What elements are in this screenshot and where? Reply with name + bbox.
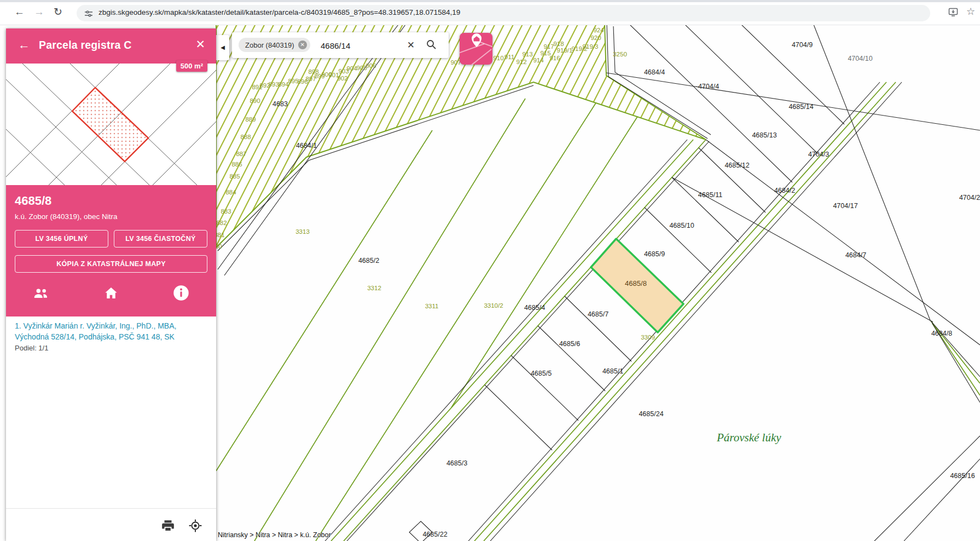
map-parcel-label: 4685/14 <box>788 103 813 111</box>
map-parcel-label: 894 <box>278 81 289 88</box>
map-parcel-label: 4704/17 <box>833 202 857 210</box>
map-parcel-label: 917 <box>543 43 554 50</box>
bookmark-star-icon[interactable]: ☆ <box>966 5 975 18</box>
map-parcel-label: 893 <box>268 81 279 88</box>
browser-back-icon[interactable]: ← <box>14 6 25 18</box>
back-arrow-icon[interactable]: ← <box>18 38 30 52</box>
screenshot-stage: 8918928938948958968978988999009019029039… <box>0 0 980 541</box>
browser-reload-icon[interactable]: ↻ <box>54 6 62 18</box>
browser-forward-icon[interactable]: → <box>34 6 44 18</box>
map-parcel-label: 4685/1 <box>602 367 623 375</box>
map-parcel-label: 914 <box>533 57 544 64</box>
owner-address-link[interactable]: Východná 528/14, Podhájska, PSČ 941 48, … <box>15 332 207 342</box>
map-parcel-label: 906 <box>366 62 376 69</box>
map-parcel-label: 3310/2 <box>484 302 503 309</box>
map-parcel-label: 916 <box>549 55 560 61</box>
browser-top-strip <box>0 0 980 2</box>
map-parcel-label: 882 <box>216 220 227 226</box>
panel-collapse-button[interactable]: ◀ <box>216 35 229 60</box>
map-parcel-label: 912 <box>516 59 526 65</box>
map-parcel-label: 885 <box>229 173 240 180</box>
site-settings-icon[interactable] <box>84 9 93 20</box>
map-parcel-label: 884 <box>225 189 236 195</box>
map-parcel-label: 4685/10 <box>669 222 694 229</box>
parcel-preview-map[interactable] <box>6 64 216 185</box>
owners-section: 1. Vyžinkár Marián r. Vyžinkár, Ing., Ph… <box>6 316 216 354</box>
close-icon[interactable]: ✕ <box>195 38 205 51</box>
area-badge: 500 m² <box>176 60 207 72</box>
map-parcel-label: 4685/6 <box>559 340 580 348</box>
map-parcel-label: 887 <box>236 151 246 157</box>
locate-icon[interactable] <box>188 519 202 533</box>
map-parcel-label: 883 <box>221 208 231 215</box>
owner-name-link[interactable]: 1. Vyžinkár Marián r. Vyžinkár, Ing., Ph… <box>15 321 207 331</box>
map-parcel-label: 886 <box>231 161 242 168</box>
browser-address-bar[interactable]: zbgis.skgeodesy.sk/mapka/sk/kataster/det… <box>77 5 930 21</box>
map-breadcrumb[interactable]: Nitriansky > Nitra > Nitra > k.ú. Zobor <box>218 531 331 539</box>
map-parcel-label: 4704/10 <box>848 55 872 62</box>
lv-full-button[interactable]: LV 3456 ÚPLNÝ <box>15 230 108 248</box>
print-icon[interactable] <box>161 519 175 533</box>
map-parcel-label: 910 <box>493 55 503 61</box>
buildings-icon[interactable] <box>103 285 119 301</box>
map-parcel-label: 4685/9 <box>644 250 665 258</box>
basemap-switcher-button[interactable] <box>460 33 492 65</box>
parcel-location: k.ú. Zobor (840319), obec Nitra <box>15 212 118 221</box>
map-parcel-label: 3309 <box>641 334 655 341</box>
map-parcel-label: 920 <box>590 34 601 41</box>
map-parcel-label: 4685/16 <box>950 472 975 480</box>
map-parcel-label: 3313 <box>295 228 310 235</box>
search-scope-chip[interactable]: Zobor (840319) ✕ <box>239 38 310 52</box>
map-parcel-label: 4704/2 <box>959 194 980 202</box>
map-parcel-label: 4704/9 <box>792 41 813 49</box>
map-parcel-label: 4684/1 <box>296 142 317 149</box>
parcel-id: 4685/8 <box>15 194 51 208</box>
map-parcel-label: 918 <box>553 41 564 47</box>
chip-remove-icon[interactable]: ✕ <box>298 41 307 49</box>
parcel-info-section: 4685/8 k.ú. Zobor (840319), obec Nitra L… <box>6 185 216 316</box>
map-parcel-label: 888 <box>240 134 251 140</box>
map-parcel-label: 4685/7 <box>588 310 608 318</box>
map-parcel-label: 911 <box>505 54 514 60</box>
map-parcel-label: 919/1 <box>557 47 573 54</box>
map-parcel-label: 4704/3 <box>808 151 829 158</box>
map-parcel-label: 4685/3 <box>446 459 467 467</box>
map-parcel-label: 889 <box>245 116 256 123</box>
lv-partial-button[interactable]: LV 3456 ČIASTOČNÝ <box>114 230 207 248</box>
map-parcel-label: 4684/8 <box>931 330 952 337</box>
map-parcel-label: 3311 <box>425 303 439 309</box>
search-bar[interactable]: Zobor (840319) ✕ ✕ <box>232 32 449 58</box>
search-chip-label: Zobor (840319) <box>245 41 294 49</box>
map-parcel-label: 4685/13 <box>752 131 776 139</box>
map-parcel-label: 4685/22 <box>422 531 447 538</box>
map-parcel-label: 4685/5 <box>531 370 552 377</box>
map-parcel-label: 4685/12 <box>724 162 749 169</box>
map-parcel-label: 919/3 <box>583 43 599 50</box>
search-input[interactable] <box>320 37 409 54</box>
panel-footer <box>6 508 216 541</box>
map-parcel-label: 4684/4 <box>644 68 665 76</box>
map-parcel-label: 4685/11 <box>698 191 722 199</box>
map-parcel-label: 4685/2 <box>358 257 379 264</box>
search-icon[interactable] <box>426 39 437 52</box>
panel-header: ← Parcela registra C ✕ <box>6 28 216 64</box>
page-url[interactable]: zbgis.skgeodesy.sk/mapka/sk/kataster/det… <box>98 8 460 16</box>
map-parcel-label: 924 <box>593 27 604 33</box>
map-parcel-label: 904 <box>346 65 357 72</box>
map-parcel-label: 4685/8 <box>625 279 647 287</box>
install-app-icon[interactable] <box>948 7 958 19</box>
map-parcel-label: 4685/24 <box>639 410 663 418</box>
map-parcel-label: 3312 <box>367 285 381 291</box>
owners-icon[interactable] <box>33 285 49 301</box>
map-parcel-label: 4685/4 <box>524 304 545 312</box>
map-parcel-label: 3250 <box>613 51 627 57</box>
search-clear-icon[interactable]: ✕ <box>407 39 415 51</box>
map-parcel-label: 4704/4 <box>698 83 719 90</box>
map-parcel-label: 4683 <box>272 100 288 108</box>
cadastral-map-copy-button[interactable]: KÓPIA Z KATASTRÁLNEJ MAPY <box>15 255 207 273</box>
info-icon[interactable] <box>173 285 189 301</box>
ownership-share: Podiel: 1/1 <box>15 344 207 352</box>
map-parcel-label: 890 <box>250 97 260 104</box>
panel-title: Parcela registra C <box>39 39 131 51</box>
map-parcel-label: 902 <box>337 75 347 82</box>
